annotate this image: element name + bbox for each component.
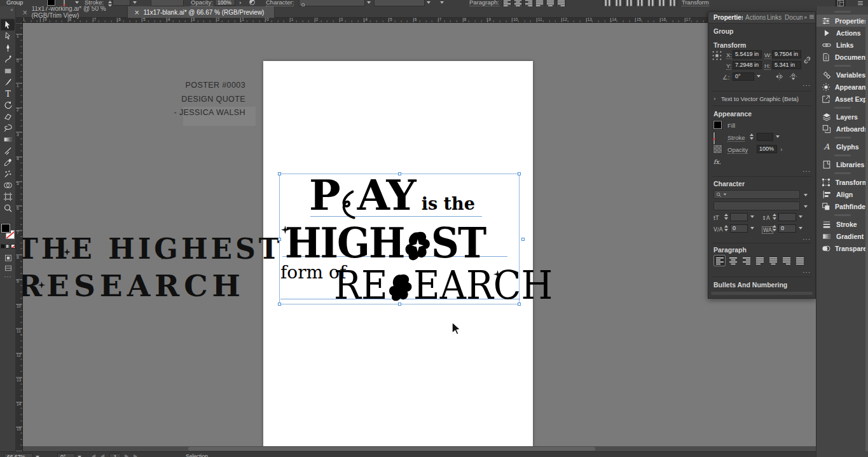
font-family-caret-icon[interactable]: [367, 1, 371, 4]
flip-horizontal-icon[interactable]: [775, 72, 784, 84]
leading-field[interactable]: [778, 213, 796, 221]
leading-caret-icon[interactable]: [799, 215, 803, 218]
bar-distribute-button-4[interactable]: [635, 0, 645, 6]
h-field[interactable]: 5.341 in: [772, 61, 801, 69]
curvature-tool[interactable]: [1, 53, 15, 65]
font-family-search-input[interactable]: [713, 190, 800, 199]
stroke-swatch[interactable]: [713, 132, 715, 144]
transform-more-options-button[interactable]: ···: [803, 82, 811, 89]
align-left-button[interactable]: [713, 255, 726, 266]
bar-menu-button[interactable]: [855, 0, 865, 6]
dock-item-properties[interactable]: Properties: [816, 15, 868, 27]
font-style-caret-icon[interactable]: [427, 1, 431, 4]
poster-note-block[interactable]: POSTER #0003 DESIGN QUOTE - JESSICA WALS…: [139, 79, 245, 120]
first-artboard-button[interactable]: ◀: [92, 453, 95, 457]
tab-actions[interactable]: Actions: [745, 14, 766, 21]
font-family-caret-icon[interactable]: [804, 194, 808, 196]
bar-align-right-button[interactable]: [524, 0, 534, 6]
opacity-expander-icon[interactable]: ›: [239, 0, 242, 6]
font-style-caret-icon[interactable]: [804, 205, 808, 208]
document-tab-working[interactable]: × 11x17-working.ai* @ 50 % (RGB/Trim Vie…: [16, 6, 128, 18]
toolbar-collapse-button[interactable]: «: [0, 6, 16, 18]
scrollbar-thumb[interactable]: [188, 447, 595, 451]
rotation-caret-icon[interactable]: [757, 75, 761, 78]
dock-item-align[interactable]: Align: [816, 188, 868, 200]
selection-handle-tr[interactable]: [518, 172, 521, 175]
selection-tool[interactable]: [1, 19, 15, 31]
stroke-weight-stepper[interactable]: [749, 133, 754, 140]
ruler-origin-corner[interactable]: [16, 18, 23, 23]
tab-document-info[interactable]: Document Info: [785, 14, 803, 21]
tracking-field[interactable]: 0: [778, 224, 796, 233]
dock-item-pathfinder[interactable]: Pathfinder: [816, 200, 868, 212]
reference-point-grid-icon[interactable]: [712, 50, 722, 64]
lasso-tool[interactable]: [1, 122, 15, 133]
bar-distribute-button-5[interactable]: [646, 0, 656, 6]
tracking-caret-icon[interactable]: [799, 227, 803, 229]
opacity-field[interactable]: 100%: [215, 0, 235, 6]
appearance-more-options-button[interactable]: ···: [803, 168, 811, 175]
selection-handle-tl[interactable]: [278, 172, 281, 175]
opacity-expander-icon[interactable]: ›: [780, 146, 783, 153]
align-justify-center-button[interactable]: [767, 255, 779, 266]
dock-group-grip[interactable]: [816, 9, 868, 15]
bar-distribute-button-6[interactable]: [657, 0, 666, 6]
last-artboard-button[interactable]: ▶: [134, 453, 137, 457]
dock-scrollbar[interactable]: [865, 18, 868, 451]
dock-group-grip[interactable]: [816, 105, 868, 111]
paragraph-more-options-button[interactable]: ···: [803, 269, 811, 276]
dock-item-transparency[interactable]: Transparency: [816, 242, 868, 254]
character-label[interactable]: Character:: [266, 0, 294, 6]
stroke-label[interactable]: Stroke:: [85, 0, 104, 6]
opacity-label[interactable]: Opacity: [727, 146, 748, 154]
rotate-tool[interactable]: [1, 99, 15, 111]
eyedropper-tool[interactable]: [1, 156, 15, 168]
next-artboard-button[interactable]: ▶: [125, 453, 128, 457]
bar-distribute-button-2[interactable]: [614, 0, 623, 6]
dock-group-grip[interactable]: [816, 63, 868, 69]
bar-distribute-button-3[interactable]: [624, 0, 634, 6]
shear-tool[interactable]: [1, 145, 15, 156]
t2v-expander-icon[interactable]: ›: [713, 95, 716, 102]
align-justify-right-button[interactable]: [780, 255, 792, 266]
paragraph-label[interactable]: Paragraph:: [469, 0, 499, 6]
direct-selection-tool[interactable]: [1, 31, 15, 42]
align-center-button[interactable]: [727, 255, 739, 266]
x-field[interactable]: 5.5419 in: [733, 50, 762, 58]
dock-item-document-info[interactable]: Document Info: [816, 51, 868, 63]
panel-scrollbar[interactable]: [711, 292, 813, 295]
constrain-proportions-icon[interactable]: [803, 55, 812, 67]
fill-swatch[interactable]: [713, 121, 722, 129]
type-tool[interactable]: T: [1, 88, 15, 99]
sketch-text-highest[interactable]: THE HIGHEST: [23, 233, 283, 265]
stroke-caret-icon[interactable]: [776, 135, 780, 138]
rotation-field[interactable]: 0°: [733, 72, 754, 81]
dock-item-asset-export[interactable]: Asset Export: [816, 93, 868, 105]
zoom-level-field[interactable]: 66.67%: [4, 453, 33, 457]
panel-expand-icon[interactable]: »: [804, 14, 808, 20]
w-field[interactable]: 9.7504 in: [772, 50, 801, 58]
dock-item-layers[interactable]: Layers: [816, 111, 868, 123]
pen-tool[interactable]: [1, 42, 15, 53]
bar-align-justify-center-button[interactable]: [546, 0, 555, 6]
dock-item-glyphs[interactable]: AGlyphs: [816, 140, 868, 153]
dock-item-artboards[interactable]: Artboards: [816, 123, 868, 135]
flip-vertical-icon[interactable]: [789, 72, 798, 84]
dock-item-gradient[interactable]: Gradient: [816, 230, 868, 242]
kerning-stepper[interactable]: [724, 224, 729, 232]
quote-line-2[interactable]: HIGH ST: [285, 222, 485, 264]
bar-distribute-button-7[interactable]: [668, 0, 677, 6]
dock-item-appearance[interactable]: Appearance: [816, 81, 868, 93]
eraser-tool[interactable]: [1, 111, 15, 122]
opacity-swatch[interactable]: [713, 145, 722, 153]
gradient-tool[interactable]: [1, 133, 15, 145]
artboard-tool[interactable]: [1, 191, 15, 202]
stroke-weight-field[interactable]: [757, 133, 773, 141]
horizontal-ruler[interactable]: 1098765432101234567891011121314151617: [23, 18, 816, 23]
bar-distribute-button-1[interactable]: [603, 0, 612, 6]
edit-toolbar-button[interactable]: ···: [0, 273, 16, 280]
text-to-vector-label[interactable]: Text to Vector Graphic (Beta): [721, 95, 799, 102]
close-tab-icon[interactable]: ×: [22, 9, 27, 16]
tracking-stepper[interactable]: [772, 224, 777, 232]
horizontal-scrollbar[interactable]: [23, 446, 816, 451]
